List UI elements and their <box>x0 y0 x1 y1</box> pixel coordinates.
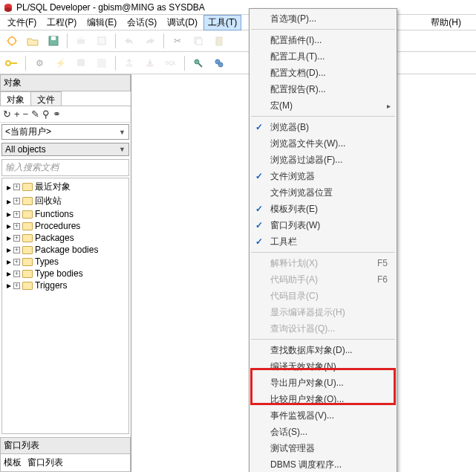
user-dropdown[interactable]: <当前用户> ▼ <box>1 124 129 140</box>
menu-item[interactable]: ✓模板列表(E) <box>250 201 397 217</box>
menu-item-label: 模板列表(E) <box>270 203 318 216</box>
tree-item-label: Types <box>35 256 59 267</box>
menu-item[interactable]: ✓工具栏 <box>250 233 397 250</box>
copy-icon[interactable] <box>191 33 206 48</box>
menu-item-label: DBMS 调度程序... <box>270 459 342 471</box>
menu-item-label: 解释计划(X) <box>270 257 318 270</box>
refresh-icon[interactable]: ↻ <box>3 109 11 120</box>
toolbar-2: ⚙ ⚡ SQL <box>0 52 476 74</box>
expand-icon[interactable]: + <box>13 259 20 265</box>
tree-item[interactable]: ▸+Package bodies <box>4 244 127 256</box>
menu-help[interactable]: 帮助(H) <box>426 15 476 30</box>
tree-item[interactable]: ▸+Types <box>4 256 127 268</box>
tab-objects[interactable]: 对象 <box>0 91 31 106</box>
menu-item[interactable]: 浏览器过滤器(F)... <box>250 152 397 168</box>
db-icon[interactable] <box>74 56 88 71</box>
tree-item[interactable]: ▸+Packages <box>4 232 127 244</box>
expand-icon[interactable]: + <box>13 198 20 204</box>
menu-item-label: 事件监视器(V)... <box>270 410 334 422</box>
menu-item[interactable]: 首选项(P)... <box>250 10 397 27</box>
tree-item[interactable]: ▸+Type bodies <box>4 268 127 279</box>
sql-icon[interactable]: SQL <box>163 56 178 71</box>
filter-dropdown[interactable]: All objects ▼ <box>1 143 129 156</box>
main-area: 对象 对象 文件 ↻ + − ✎ ⚲ ⚭ <当前用户> ▼ All object… <box>0 74 476 472</box>
menu-item[interactable]: 浏览器文件夹(W)... <box>250 135 397 152</box>
new-icon[interactable] <box>4 33 19 48</box>
key-icon[interactable] <box>4 56 19 71</box>
menu-item[interactable]: 查找数据库对象(D)... <box>250 342 397 358</box>
menu-item[interactable]: 编译无效对象(N)... <box>250 358 397 375</box>
query-icon[interactable]: ⚲ <box>42 109 50 120</box>
menu-debug[interactable]: 调试(D) <box>163 15 202 30</box>
commit-icon[interactable] <box>122 56 137 71</box>
tree-item[interactable]: ▸+最近对象 <box>4 180 127 194</box>
open-icon[interactable] <box>25 33 40 48</box>
menu-item[interactable]: ✓文件浏览器 <box>250 168 397 184</box>
expand-icon[interactable]: + <box>13 184 20 190</box>
menu-file[interactable]: 文件(F) <box>3 15 41 30</box>
menu-edit[interactable]: 编辑(E) <box>82 15 121 30</box>
tree-item[interactable]: ▸+回收站 <box>4 194 127 208</box>
menu-item-label: 导出用户对象(U)... <box>270 377 344 389</box>
app-icon <box>3 2 13 13</box>
menu-item[interactable]: 配置文档(D)... <box>250 65 397 81</box>
objects-panel-title: 对象 <box>0 74 131 91</box>
search-input[interactable]: 输入搜索文档 <box>1 159 129 176</box>
gear-icon[interactable]: ⚙ <box>32 56 47 71</box>
menu-item[interactable]: 配置报告(R)... <box>250 81 397 97</box>
tree-item[interactable]: ▸+Functions <box>4 208 127 220</box>
menu-item[interactable]: 导出用户对象(U)... <box>250 375 397 391</box>
menu-item[interactable]: 配置工具(T)... <box>250 48 397 65</box>
cut-icon[interactable]: ✂ <box>170 33 185 48</box>
menu-item-label: 浏览器(B) <box>270 121 309 134</box>
find-icon[interactable] <box>191 56 206 71</box>
expand-icon[interactable]: + <box>13 235 20 242</box>
check-icon: ✓ <box>255 204 263 214</box>
winlist-tabs: 模板 窗口列表 <box>0 454 131 472</box>
expand-icon[interactable]: + <box>13 247 20 253</box>
filter-dropdown-value: All objects <box>5 144 46 155</box>
menu-item[interactable]: 事件监视器(V)... <box>250 407 397 424</box>
menu-item: 显示编译器提示(H) <box>250 304 397 320</box>
object-tree[interactable]: ▸+最近对象▸+回收站▸+Functions▸+Procedures▸+Pack… <box>1 178 129 434</box>
tab-template[interactable]: 模板 <box>4 456 22 469</box>
menu-item-label: 代码助手(A) <box>270 274 318 286</box>
plus-icon[interactable]: + <box>14 109 20 120</box>
menu-item[interactable]: 宏(M) <box>250 97 397 114</box>
menu-project[interactable]: 工程(P) <box>42 15 81 30</box>
menu-item[interactable]: DBMS 调度程序... <box>250 456 397 472</box>
redo-icon[interactable] <box>143 33 157 48</box>
expand-icon[interactable]: + <box>13 223 20 230</box>
tree-item[interactable]: ▸+Triggers <box>4 279 127 291</box>
menu-tools[interactable]: 工具(T) <box>203 15 241 30</box>
expand-icon[interactable]: + <box>13 211 20 218</box>
link-op-icon[interactable]: ⚭ <box>53 109 61 120</box>
save-icon[interactable] <box>46 33 61 48</box>
expand-icon[interactable]: + <box>13 271 20 277</box>
tab-winlist[interactable]: 窗口列表 <box>27 456 63 469</box>
chevron-down-icon: ▼ <box>119 146 125 153</box>
menu-item[interactable]: 测试管理器 <box>250 440 397 456</box>
bolt-icon[interactable]: ⚡ <box>53 56 68 71</box>
undo-icon[interactable] <box>122 33 137 48</box>
menu-item-label: 配置工具(T)... <box>270 51 325 63</box>
menu-item[interactable]: ✓浏览器(B) <box>250 119 397 135</box>
print-icon[interactable] <box>74 33 88 48</box>
tab-files[interactable]: 文件 <box>30 91 62 106</box>
tree-item[interactable]: ▸+Procedures <box>4 220 127 232</box>
edit-icon[interactable]: ✎ <box>31 109 39 120</box>
menu-session[interactable]: 会话(S) <box>123 15 161 30</box>
rollback-icon[interactable] <box>143 56 157 71</box>
expand-icon[interactable]: + <box>13 282 20 289</box>
minus-icon[interactable]: − <box>23 109 29 120</box>
paste-icon[interactable] <box>212 33 226 48</box>
menu-item[interactable]: 配置插件(I)... <box>250 32 397 48</box>
preview-icon[interactable] <box>94 33 109 48</box>
link-icon[interactable] <box>212 56 226 71</box>
menu-item[interactable]: ✓窗口列表(W) <box>250 217 397 233</box>
menu-item-label: 查询设计器(Q)... <box>270 323 335 335</box>
menu-item[interactable]: 文件浏览器位置 <box>250 184 397 201</box>
stop-icon[interactable] <box>94 56 109 71</box>
menu-item[interactable]: 比较用户对象(O)... <box>250 391 397 407</box>
menu-item[interactable]: 会话(S)... <box>250 424 397 440</box>
